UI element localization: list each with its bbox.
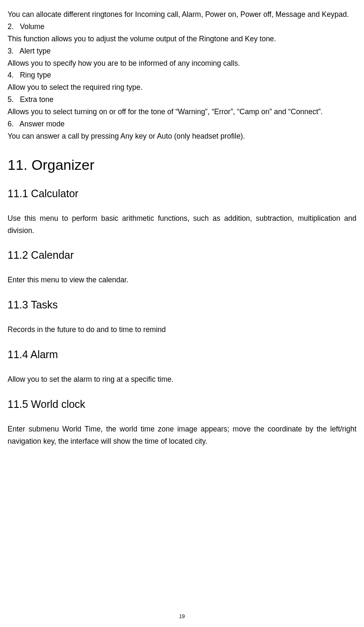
subsection-heading: 11.5 World clock xyxy=(8,398,356,410)
list-item-description: Allows you to specify how you are to be … xyxy=(8,57,356,70)
list-item-description: This function allows you to adjust the v… xyxy=(8,33,356,45)
list-item-title: 2. Volume xyxy=(8,21,356,33)
subsection-heading: 11.3 Tasks xyxy=(8,299,356,311)
subsection-description: Records in the future to do and to time … xyxy=(8,324,356,336)
list-item-title: 3. Alert type xyxy=(8,45,356,57)
subsection-heading: 11.1 Calculator xyxy=(8,188,356,200)
list-item-description: You can answer a call by pressing Any ke… xyxy=(8,130,356,142)
intro-paragraph: You can allocate different ringtones for… xyxy=(8,8,356,21)
list-item-title: 6. Answer mode xyxy=(8,118,356,130)
list-item-number: 3. xyxy=(8,45,14,57)
list-item-description: Allow you to select the required ring ty… xyxy=(8,81,356,94)
subsection-heading: 11.4 Alarm xyxy=(8,348,356,361)
list-item-label: Alert type xyxy=(14,47,51,55)
subsection-description: Enter submenu World Time, the world time… xyxy=(8,423,356,447)
list-item-label: Volume xyxy=(14,22,45,31)
page-number: 19 xyxy=(0,614,364,619)
list-item-number: 5. xyxy=(8,94,14,106)
subsection-description: Use this menu to perform basic arithmeti… xyxy=(8,212,356,237)
list-item-label: Extra tone xyxy=(14,95,54,104)
list-item-number: 2. xyxy=(8,21,14,33)
subsection-description: Enter this menu to view the calendar. xyxy=(8,274,356,286)
list-item-description: Allows you to select turning on or off f… xyxy=(8,106,356,118)
list-item-number: 6. xyxy=(8,118,14,130)
subsection-description: Allow you to set the alarm to ring at a … xyxy=(8,373,356,386)
list-item-label: Ring type xyxy=(14,71,51,79)
list-item-title: 5. Extra tone xyxy=(8,94,356,106)
subsection-heading: 11.2 Calendar xyxy=(8,249,356,261)
list-item-label: Answer mode xyxy=(14,120,65,128)
list-item-title: 4. Ring type xyxy=(8,69,356,81)
list-item-number: 4. xyxy=(8,69,14,81)
heading-organizer: 11. Organizer xyxy=(8,157,356,173)
